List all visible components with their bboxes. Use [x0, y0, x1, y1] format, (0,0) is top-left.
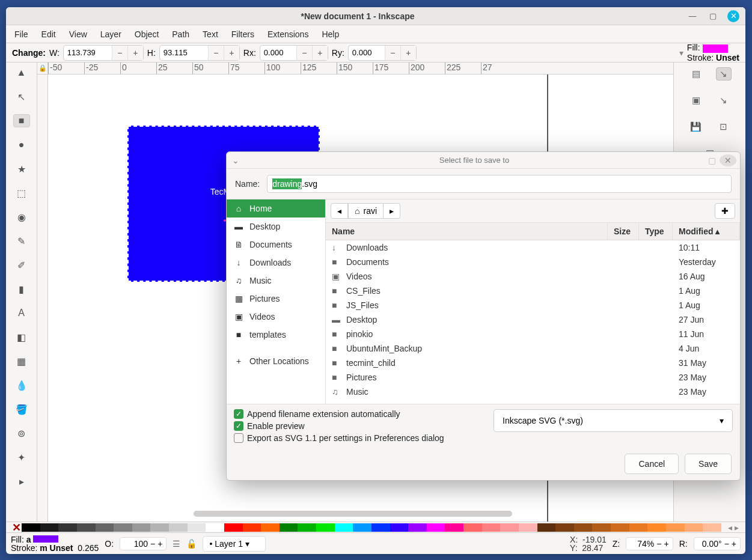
ellipse-tool[interactable]: ●: [13, 138, 30, 151]
palette-swatch[interactable]: [188, 523, 206, 532]
palette-swatch[interactable]: [58, 523, 77, 532]
node-tool[interactable]: ↖: [13, 90, 30, 103]
file-row[interactable]: ■Pictures23 May: [326, 370, 740, 385]
menu-file[interactable]: File: [14, 29, 28, 39]
status-fill-stroke[interactable]: Fill: a Stroke: m Unset 0.265: [11, 535, 99, 552]
no-fill-icon[interactable]: ✕: [11, 523, 22, 532]
palette-swatch[interactable]: [22, 523, 40, 532]
col-modified[interactable]: Modified ▴: [673, 223, 740, 240]
palette-swatch[interactable]: [482, 523, 501, 532]
file-row[interactable]: ▣Videos16 Aug: [326, 269, 740, 284]
width-minus[interactable]: −: [112, 46, 127, 60]
palette-swatch[interactable]: [611, 523, 629, 532]
dropper-tool[interactable]: 💧: [13, 379, 30, 392]
place-other-locations[interactable]: +Other Locations: [227, 352, 325, 370]
file-row[interactable]: ♫Music23 May: [326, 385, 740, 399]
rx-minus[interactable]: −: [296, 46, 312, 60]
minimize-button[interactable]: —: [686, 10, 699, 22]
menu-help[interactable]: Help: [322, 29, 339, 39]
palette-swatch[interactable]: [703, 523, 721, 532]
menu-layer[interactable]: Layer: [100, 29, 121, 39]
palette-swatch[interactable]: [150, 523, 169, 532]
chk-svg11[interactable]: [234, 433, 243, 443]
menu-object[interactable]: Object: [135, 29, 159, 39]
menu-edit[interactable]: Edit: [41, 29, 56, 39]
snap-bbox-icon[interactable]: ⊡: [716, 120, 732, 133]
palette-swatch[interactable]: [77, 523, 96, 532]
palette-swatch[interactable]: [445, 523, 463, 532]
palette-swatch[interactable]: [243, 523, 261, 532]
height-field[interactable]: −+: [159, 45, 240, 61]
ry-plus[interactable]: +: [400, 46, 416, 60]
palette-swatch[interactable]: [666, 523, 685, 532]
palette-swatch[interactable]: [96, 523, 114, 532]
star-tool[interactable]: ★: [13, 162, 30, 175]
rot-minus[interactable]: −: [724, 539, 729, 549]
file-row[interactable]: ↓Downloads10:11: [326, 240, 740, 255]
zoom-plus[interactable]: +: [664, 539, 668, 549]
palette-swatch[interactable]: [40, 523, 59, 532]
chk-enable-preview[interactable]: ✓: [234, 421, 243, 431]
height-input[interactable]: [160, 48, 208, 57]
spiral-tool[interactable]: ◉: [13, 210, 30, 224]
place-templates[interactable]: ■templates: [227, 326, 325, 344]
lock-layer-icon[interactable]: 🔓: [186, 539, 197, 549]
col-type[interactable]: Type: [639, 223, 673, 240]
breadcrumb-back[interactable]: ◂: [331, 203, 348, 219]
new-doc-icon[interactable]: ▤: [688, 67, 704, 81]
rx-input[interactable]: [260, 48, 296, 57]
save-icon[interactable]: 💾: [688, 120, 704, 133]
calligraphy-tool[interactable]: ▮: [13, 282, 30, 296]
new-folder-button[interactable]: ✚: [715, 203, 735, 219]
snap-toggle[interactable]: ↘: [716, 67, 732, 81]
rectangle-tool[interactable]: ■: [13, 114, 30, 127]
opacity-plus[interactable]: +: [157, 539, 162, 549]
file-row[interactable]: ■UbuntuMint_Backup4 Jun: [326, 341, 740, 356]
dialog-chevron-icon[interactable]: ⌄: [227, 156, 245, 165]
breadcrumb-home[interactable]: ⌂ ravi: [348, 203, 384, 219]
gradient-tool[interactable]: ◧: [13, 330, 30, 344]
palette-swatch[interactable]: [316, 523, 335, 532]
opacity-field[interactable]: −+: [120, 537, 167, 550]
filename-input[interactable]: drawing.svg: [267, 175, 732, 193]
palette-swatch[interactable]: [574, 523, 593, 532]
palette-swatch[interactable]: [408, 523, 427, 532]
fill-swatch[interactable]: [703, 44, 728, 53]
3dbox-tool[interactable]: ⬚: [13, 186, 30, 199]
breadcrumb-forward[interactable]: ▸: [384, 203, 400, 219]
chk-append-ext[interactable]: ✓: [234, 409, 243, 419]
spray-tool[interactable]: ✦: [13, 451, 30, 464]
width-plus[interactable]: +: [127, 46, 143, 60]
text-tool[interactable]: A: [13, 306, 30, 320]
palette-swatch[interactable]: [280, 523, 298, 532]
status-fill-swatch[interactable]: [33, 535, 58, 543]
palette-swatch[interactable]: [132, 523, 151, 532]
dialog-close-button[interactable]: ✕: [720, 154, 736, 166]
height-minus[interactable]: −: [208, 46, 224, 60]
width-field[interactable]: −+: [63, 45, 144, 61]
palette-swatch[interactable]: [685, 523, 703, 532]
file-row[interactable]: ■tecmint_child31 May: [326, 356, 740, 370]
file-list[interactable]: Name Size Type Modified ▴ ↓Downloads10:1…: [326, 223, 740, 404]
col-name[interactable]: Name: [326, 223, 608, 240]
horizontal-scrollbar[interactable]: [194, 511, 512, 517]
snap-node-icon[interactable]: ↘: [716, 94, 732, 107]
filetype-select[interactable]: Inkscape SVG (*.svg)▾: [494, 409, 733, 432]
lock-icon[interactable]: 🔒: [37, 62, 48, 75]
cancel-button[interactable]: Cancel: [625, 454, 679, 474]
palette-swatch[interactable]: [353, 523, 371, 532]
palette-swatch[interactable]: [114, 523, 132, 532]
menu-path[interactable]: Path: [172, 29, 189, 39]
palette-swatch[interactable]: [537, 523, 556, 532]
pencil-tool[interactable]: ✎: [13, 234, 30, 248]
palette-swatch[interactable]: [463, 523, 482, 532]
mesh-tool[interactable]: ▦: [13, 355, 30, 368]
palette-swatch[interactable]: [427, 523, 445, 532]
height-plus[interactable]: +: [224, 46, 239, 60]
dialog-max-icon[interactable]: ▢: [704, 156, 720, 165]
place-desktop[interactable]: ▬Desktop: [227, 218, 325, 236]
paintbucket-tool[interactable]: 🪣: [13, 403, 30, 416]
layer-selector[interactable]: • Layer 1 ▾: [203, 536, 265, 552]
place-home[interactable]: ⌂Home: [227, 199, 325, 218]
file-row[interactable]: ■pinokio11 Jun: [326, 327, 740, 341]
